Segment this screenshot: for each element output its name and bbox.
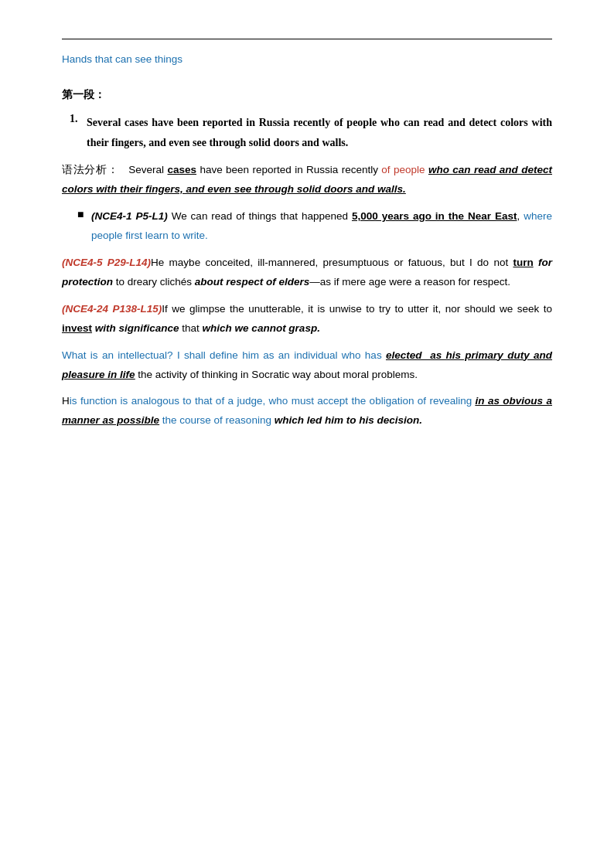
grammar-of-people: of people <box>381 164 425 175</box>
invest-word: invest <box>62 322 92 334</box>
ref-1: (NCE4-1 P5-L1) <box>91 210 168 222</box>
with-significance: with significance <box>95 322 179 334</box>
grammar-text2: have been reported in Russia recently <box>196 164 381 175</box>
item1-content: Several cases have been reported in Russ… <box>87 113 552 153</box>
para2-his: H <box>62 395 70 407</box>
top-divider <box>62 39 552 39</box>
turn-word: turn <box>513 257 533 268</box>
para1-text2: the activity of thinking in Socratic way… <box>135 369 418 380</box>
highlight-years: 5,000 years ago in the Near East <box>352 210 517 222</box>
para1-elected: elected <box>386 349 430 361</box>
book-title: Hands that can see things <box>62 53 552 65</box>
about-respect: about respect of elders <box>195 276 310 288</box>
example3-text1: If we glimpse the unutterable, it is unw… <box>162 303 552 315</box>
grammar-analysis: 语法分析： Several cases have been reported i… <box>62 161 552 199</box>
example2-dash: —as if mere age were a reason for respec… <box>309 276 510 288</box>
para2-italic7: which led him to his decision. <box>275 414 422 426</box>
para2-is: is function is analogous to that of a ju… <box>70 395 476 407</box>
para1-text1: What is an intellectual? I shall define … <box>62 349 386 361</box>
para2-text2: the course of reasoning <box>159 414 275 426</box>
which-cannot-grasp: which we cannot grasp. <box>203 322 320 334</box>
grammar-cases: cases <box>167 164 196 175</box>
bullet-item-1: ■ (NCE4-1 P5-L1) We can read of things t… <box>77 207 552 246</box>
paragraph-1: What is an intellectual? I shall define … <box>62 346 552 385</box>
ref-2: (NCE4-5 P29-L14) <box>62 257 151 268</box>
bullet-content-1: (NCE4-1 P5-L1) We can read of things tha… <box>91 207 552 246</box>
paragraph-2: His function is analogous to that of a j… <box>62 392 552 431</box>
grammar-label-text: 语法分析： <box>62 164 118 175</box>
bullet-icon: ■ <box>77 209 91 221</box>
example2-text2: to dreary clichés <box>113 276 195 288</box>
grammar-several: Several <box>128 164 167 175</box>
numbered-item-1: 1. Several cases have been reported in R… <box>62 113 552 153</box>
example2-text1: He maybe conceited, ill-mannered, presum… <box>151 257 513 268</box>
example3-text2: that <box>179 322 203 334</box>
example-block-2: (NCE4-5 P29-L14)He maybe conceited, ill-… <box>62 254 552 292</box>
section-label: 第一段： <box>62 88 552 102</box>
example-block-3: (NCE4-24 P138-L15)If we glimpse the unut… <box>62 300 552 339</box>
item-number: 1. <box>70 113 87 153</box>
ref-3: (NCE4-24 P138-L15) <box>62 303 162 315</box>
